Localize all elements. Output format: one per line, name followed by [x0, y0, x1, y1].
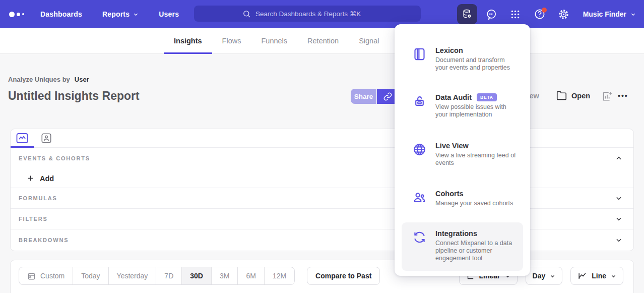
expand-breakdowns-button[interactable]	[615, 237, 622, 244]
add-label: Add	[40, 174, 54, 183]
nav-reports[interactable]: Reports	[102, 10, 139, 18]
range-3m[interactable]: 3M	[212, 267, 238, 284]
line-chart-icon	[577, 271, 587, 281]
chevron-down-icon	[611, 273, 616, 279]
date-range-control: Custom Today Yesterday 7D 30D 3M 6M 12M	[19, 267, 295, 285]
menu-item-description: View possible issues with your implement…	[435, 103, 518, 119]
menu-item-lexicon[interactable]: Lexicon Document and transform your even…	[402, 41, 523, 77]
mixpanel-app: Dashboards Reports Users	[0, 0, 644, 293]
filters-label: FILTERS	[19, 216, 48, 222]
range-30d[interactable]: 30D	[182, 267, 212, 284]
formulas-label: FORMULAS	[19, 195, 57, 201]
help-button[interactable]	[530, 4, 550, 24]
breakdowns-label: BREAKDOWNS	[19, 237, 69, 243]
add-event-button[interactable]: Add	[27, 174, 54, 183]
feedback-button[interactable]	[481, 4, 501, 24]
database-gear-icon	[462, 9, 473, 20]
chevron-down-icon	[630, 12, 636, 17]
events-cohorts-label: EVENTS & COHORTS	[19, 155, 90, 161]
events-cohorts-section[interactable]: EVENTS & COHORTS	[11, 148, 633, 169]
folder-icon	[556, 90, 567, 101]
tab-signal[interactable]: Signal	[359, 28, 379, 54]
workspace-selector[interactable]: Music Finder	[583, 10, 636, 18]
active-tab-underline	[11, 146, 34, 148]
chevron-down-icon	[615, 215, 622, 222]
open-report-button[interactable]: Open	[556, 90, 590, 101]
add-event-row: Add	[11, 169, 633, 188]
filters-section[interactable]: FILTERS	[11, 209, 633, 229]
chevron-down-icon	[550, 273, 555, 279]
menu-item-title: Live View	[435, 142, 469, 150]
tab-insights[interactable]: Insights	[174, 28, 202, 54]
chart-type-dropdown[interactable]: Line	[570, 267, 623, 285]
calendar-icon	[27, 272, 36, 280]
range-7d[interactable]: 7D	[156, 267, 182, 284]
person-tab-icon	[41, 133, 52, 144]
cohorts-people-icon	[413, 190, 427, 207]
chart-toolbar: Custom Today Yesterday 7D 30D 3M 6M 12M …	[11, 260, 633, 285]
gear-icon	[558, 9, 569, 20]
chat-bubble-icon	[485, 9, 497, 20]
analyze-prefix-label: Analyze Uniques by	[8, 76, 70, 83]
nav-reports-label: Reports	[102, 10, 130, 18]
query-builder-card: EVENTS & COHORTS Add FORMULAS FILTERS BR…	[10, 129, 634, 251]
menu-item-description: Document and transform your events and p…	[435, 56, 518, 72]
range-6m[interactable]: 6M	[238, 267, 264, 284]
add-chart-icon	[602, 91, 613, 102]
tab-retention[interactable]: Retention	[307, 28, 339, 54]
range-custom-label: Custom	[40, 272, 65, 280]
data-audit-icon	[413, 93, 427, 119]
notification-dot	[542, 8, 547, 13]
formulas-section[interactable]: FORMULAS	[11, 188, 633, 209]
top-nav: Dashboards Reports Users	[0, 0, 644, 28]
link-icon	[383, 92, 392, 101]
add-to-dashboard-button[interactable]	[602, 91, 613, 104]
share-button[interactable]: Share	[351, 89, 376, 104]
search-input[interactable]	[255, 10, 372, 18]
analyze-value-selector[interactable]: User	[75, 76, 89, 83]
beta-badge: BETA	[477, 93, 497, 101]
tab-funnels[interactable]: Funnels	[261, 28, 287, 54]
report-title[interactable]: Untitled Insights Report	[8, 89, 140, 103]
nav-dashboards[interactable]: Dashboards	[40, 10, 82, 18]
menu-item-live-view[interactable]: Live View View a live streaming feed of …	[402, 137, 523, 172]
breakdowns-section[interactable]: BREAKDOWNS	[11, 229, 633, 250]
interval-dropdown[interactable]: Day	[526, 267, 563, 285]
range-12m[interactable]: 12M	[265, 267, 294, 284]
metrics-mode-tab[interactable]	[16, 132, 29, 144]
primary-nav: Dashboards Reports Users	[40, 10, 179, 18]
collapse-section-button[interactable]	[615, 155, 622, 162]
menu-item-title: Data Audit	[435, 93, 472, 101]
plus-icon	[27, 174, 34, 182]
expand-formulas-button[interactable]	[615, 195, 622, 202]
mixpanel-logo-icon[interactable]	[9, 12, 32, 17]
menu-item-integrations[interactable]: Integrations Connect Mixpanel to a data …	[402, 222, 523, 271]
apps-button[interactable]	[505, 4, 526, 24]
menu-item-title: Cohorts	[435, 190, 464, 198]
range-custom[interactable]: Custom	[19, 267, 73, 284]
global-search[interactable]	[194, 6, 421, 22]
menu-item-title: Lexicon	[435, 46, 463, 54]
chart-type-label: Line	[592, 272, 606, 280]
menu-item-data-audit[interactable]: Data Audit BETA View possible issues wit…	[402, 88, 523, 124]
search-icon	[242, 10, 251, 18]
live-view-globe-icon	[413, 142, 427, 167]
builder-mode-tabs	[11, 129, 633, 148]
users-mode-tab[interactable]	[40, 132, 53, 144]
nav-users[interactable]: Users	[159, 10, 179, 18]
data-management-button[interactable]	[457, 4, 477, 24]
range-today[interactable]: Today	[73, 267, 108, 284]
report-tabbar: Insights Flows Funnels Retention Signal …	[0, 28, 644, 54]
more-options-button[interactable]: •••	[618, 92, 628, 100]
data-management-dropdown: Lexicon Document and transform your even…	[395, 24, 530, 276]
settings-button[interactable]	[554, 4, 574, 24]
range-yesterday[interactable]: Yesterday	[109, 267, 157, 284]
chevron-up-icon	[615, 155, 622, 162]
menu-item-description: Connect Mixpanel to a data pipeline or c…	[435, 240, 518, 263]
compare-to-past-button[interactable]: Compare to Past	[307, 267, 380, 285]
chevron-down-icon	[615, 195, 622, 202]
menu-item-title: Integrations	[435, 229, 477, 238]
menu-item-cohorts[interactable]: Cohorts Manage your saved cohorts	[402, 185, 523, 212]
tab-flows[interactable]: Flows	[222, 28, 241, 54]
expand-filters-button[interactable]	[615, 215, 622, 222]
